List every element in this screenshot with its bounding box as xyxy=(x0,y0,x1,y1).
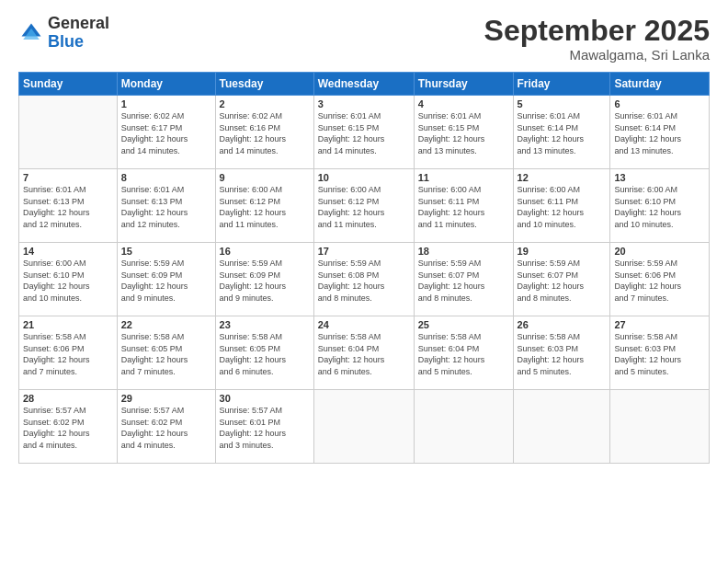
day-number: 28 xyxy=(23,393,113,404)
day-number: 23 xyxy=(220,319,310,330)
day-number: 24 xyxy=(318,319,410,330)
day-info: Sunrise: 5:58 AM Sunset: 6:05 PM Dayligh… xyxy=(220,331,310,377)
table-row xyxy=(513,390,610,464)
day-info: Sunrise: 5:58 AM Sunset: 6:03 PM Dayligh… xyxy=(518,331,607,377)
table-row: 3Sunrise: 6:01 AM Sunset: 6:15 PM Daylig… xyxy=(313,96,414,169)
day-info: Sunrise: 6:00 AM Sunset: 6:12 PM Dayligh… xyxy=(220,184,310,230)
table-row: 7Sunrise: 6:01 AM Sunset: 6:13 PM Daylig… xyxy=(19,169,118,243)
day-number: 14 xyxy=(23,246,113,257)
day-info: Sunrise: 6:00 AM Sunset: 6:10 PM Dayligh… xyxy=(614,184,705,230)
day-info: Sunrise: 6:00 AM Sunset: 6:10 PM Dayligh… xyxy=(23,258,113,304)
day-number: 15 xyxy=(121,246,211,257)
table-row: 2Sunrise: 6:02 AM Sunset: 6:16 PM Daylig… xyxy=(215,96,313,169)
day-number: 2 xyxy=(220,98,310,109)
day-number: 25 xyxy=(418,319,509,330)
day-info: Sunrise: 6:00 AM Sunset: 6:12 PM Dayligh… xyxy=(318,184,410,230)
day-info: Sunrise: 6:00 AM Sunset: 6:11 PM Dayligh… xyxy=(518,184,607,230)
day-number: 5 xyxy=(518,98,607,109)
day-number: 3 xyxy=(318,98,410,109)
day-info: Sunrise: 6:01 AM Sunset: 6:15 PM Dayligh… xyxy=(318,110,410,156)
table-row: 24Sunrise: 5:58 AM Sunset: 6:04 PM Dayli… xyxy=(313,316,414,390)
day-info: Sunrise: 6:01 AM Sunset: 6:13 PM Dayligh… xyxy=(23,184,113,230)
calendar-header-row: Sunday Monday Tuesday Wednesday Thursday… xyxy=(19,73,710,96)
day-number: 20 xyxy=(614,246,705,257)
day-info: Sunrise: 5:58 AM Sunset: 6:06 PM Dayligh… xyxy=(23,331,113,377)
table-row: 13Sunrise: 6:00 AM Sunset: 6:10 PM Dayli… xyxy=(610,169,710,243)
col-tuesday: Tuesday xyxy=(215,73,313,96)
day-info: Sunrise: 5:59 AM Sunset: 6:08 PM Dayligh… xyxy=(318,258,410,304)
table-row: 23Sunrise: 5:58 AM Sunset: 6:05 PM Dayli… xyxy=(215,316,313,390)
table-row: 17Sunrise: 5:59 AM Sunset: 6:08 PM Dayli… xyxy=(313,243,414,316)
col-wednesday: Wednesday xyxy=(313,73,414,96)
table-row: 15Sunrise: 5:59 AM Sunset: 6:09 PM Dayli… xyxy=(117,243,215,316)
day-number: 10 xyxy=(318,172,410,183)
day-info: Sunrise: 5:59 AM Sunset: 6:09 PM Dayligh… xyxy=(121,258,211,304)
day-number: 9 xyxy=(220,172,310,183)
table-row: 16Sunrise: 5:59 AM Sunset: 6:09 PM Dayli… xyxy=(215,243,313,316)
table-row: 1Sunrise: 6:02 AM Sunset: 6:17 PM Daylig… xyxy=(117,96,215,169)
table-row: 25Sunrise: 5:58 AM Sunset: 6:04 PM Dayli… xyxy=(414,316,513,390)
col-friday: Friday xyxy=(513,73,610,96)
logo-text: General Blue xyxy=(48,15,109,52)
table-row: 12Sunrise: 6:00 AM Sunset: 6:11 PM Dayli… xyxy=(513,169,610,243)
table-row: 20Sunrise: 5:59 AM Sunset: 6:06 PM Dayli… xyxy=(610,243,710,316)
day-info: Sunrise: 6:00 AM Sunset: 6:11 PM Dayligh… xyxy=(418,184,509,230)
location-subtitle: Mawalgama, Sri Lanka xyxy=(484,47,710,63)
day-info: Sunrise: 5:57 AM Sunset: 6:01 PM Dayligh… xyxy=(220,405,310,451)
day-number: 21 xyxy=(23,319,113,330)
table-row: 29Sunrise: 5:57 AM Sunset: 6:02 PM Dayli… xyxy=(117,390,215,464)
day-info: Sunrise: 6:02 AM Sunset: 6:16 PM Dayligh… xyxy=(220,110,310,156)
calendar-body: 1Sunrise: 6:02 AM Sunset: 6:17 PM Daylig… xyxy=(19,96,710,464)
month-title: September 2025 xyxy=(484,15,710,47)
day-number: 4 xyxy=(418,98,509,109)
day-info: Sunrise: 5:57 AM Sunset: 6:02 PM Dayligh… xyxy=(121,405,211,451)
col-saturday: Saturday xyxy=(610,73,710,96)
table-row: 21Sunrise: 5:58 AM Sunset: 6:06 PM Dayli… xyxy=(19,316,118,390)
header: General Blue September 2025 Mawalgama, S… xyxy=(18,15,710,63)
calendar-week-row: 7Sunrise: 6:01 AM Sunset: 6:13 PM Daylig… xyxy=(19,169,710,243)
day-number: 17 xyxy=(318,246,410,257)
table-row: 11Sunrise: 6:00 AM Sunset: 6:11 PM Dayli… xyxy=(414,169,513,243)
day-number: 12 xyxy=(518,172,607,183)
title-block: September 2025 Mawalgama, Sri Lanka xyxy=(484,15,710,63)
table-row: 27Sunrise: 5:58 AM Sunset: 6:03 PM Dayli… xyxy=(610,316,710,390)
table-row: 5Sunrise: 6:01 AM Sunset: 6:14 PM Daylig… xyxy=(513,96,610,169)
day-number: 27 xyxy=(614,319,705,330)
table-row: 8Sunrise: 6:01 AM Sunset: 6:13 PM Daylig… xyxy=(117,169,215,243)
day-info: Sunrise: 5:59 AM Sunset: 6:07 PM Dayligh… xyxy=(518,258,607,304)
day-number: 7 xyxy=(23,172,113,183)
table-row: 14Sunrise: 6:00 AM Sunset: 6:10 PM Dayli… xyxy=(19,243,118,316)
table-row: 9Sunrise: 6:00 AM Sunset: 6:12 PM Daylig… xyxy=(215,169,313,243)
table-row: 28Sunrise: 5:57 AM Sunset: 6:02 PM Dayli… xyxy=(19,390,118,464)
day-number: 18 xyxy=(418,246,509,257)
table-row xyxy=(414,390,513,464)
logo-blue: Blue xyxy=(48,32,84,51)
day-number: 30 xyxy=(220,393,310,404)
day-info: Sunrise: 6:01 AM Sunset: 6:14 PM Dayligh… xyxy=(614,110,705,156)
logo-icon xyxy=(18,20,44,46)
day-info: Sunrise: 5:58 AM Sunset: 6:04 PM Dayligh… xyxy=(318,331,410,377)
day-number: 26 xyxy=(518,319,607,330)
logo-general: General xyxy=(48,14,109,32)
day-info: Sunrise: 6:01 AM Sunset: 6:14 PM Dayligh… xyxy=(518,110,607,156)
day-info: Sunrise: 5:58 AM Sunset: 6:04 PM Dayligh… xyxy=(418,331,509,377)
day-number: 6 xyxy=(614,98,705,109)
day-info: Sunrise: 5:58 AM Sunset: 6:05 PM Dayligh… xyxy=(121,331,211,377)
day-number: 8 xyxy=(121,172,211,183)
day-info: Sunrise: 5:59 AM Sunset: 6:07 PM Dayligh… xyxy=(418,258,509,304)
calendar-week-row: 1Sunrise: 6:02 AM Sunset: 6:17 PM Daylig… xyxy=(19,96,710,169)
calendar-week-row: 21Sunrise: 5:58 AM Sunset: 6:06 PM Dayli… xyxy=(19,316,710,390)
table-row: 6Sunrise: 6:01 AM Sunset: 6:14 PM Daylig… xyxy=(610,96,710,169)
day-number: 19 xyxy=(518,246,607,257)
calendar-table: Sunday Monday Tuesday Wednesday Thursday… xyxy=(18,72,710,464)
table-row: 22Sunrise: 5:58 AM Sunset: 6:05 PM Dayli… xyxy=(117,316,215,390)
day-info: Sunrise: 5:59 AM Sunset: 6:09 PM Dayligh… xyxy=(220,258,310,304)
table-row xyxy=(610,390,710,464)
day-number: 1 xyxy=(121,98,211,109)
table-row xyxy=(19,96,118,169)
day-number: 29 xyxy=(121,393,211,404)
day-number: 22 xyxy=(121,319,211,330)
table-row xyxy=(313,390,414,464)
day-info: Sunrise: 5:57 AM Sunset: 6:02 PM Dayligh… xyxy=(23,405,113,451)
table-row: 18Sunrise: 5:59 AM Sunset: 6:07 PM Dayli… xyxy=(414,243,513,316)
